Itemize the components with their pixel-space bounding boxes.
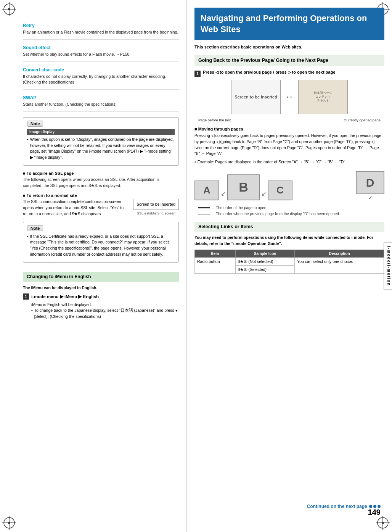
dot-3 [378,505,381,508]
imenu-step-content: i-mode menu ▶ iMenu ▶ English iMenu is E… [31,293,179,321]
imenu-step-title-text: i-mode menu ▶ iMenu ▶ English [31,294,99,299]
abc-letter-b: B [227,174,260,200]
ssl-acquire-section: To acquire an SSL page The following scr… [23,171,179,189]
abc-arrow-ab: ↙ [221,190,226,197]
legend-row-1: …The order of the page to open [198,205,384,211]
ssl-acquire-heading: To acquire an SSL page [23,171,179,176]
screen-labels: Page before the last Currently opened pa… [194,118,384,122]
note-label-2: Note [27,225,43,231]
swap-title: SWAP [23,95,179,100]
page: Retry Play an animation or a Flash movie… [0,0,392,532]
swap-desc: Starts another function. (Checking the s… [23,102,179,108]
svg-point-3 [8,8,10,10]
dot-1 [369,505,372,508]
left-column: Retry Play an animation or a Flash movie… [0,0,187,532]
abc-letter-c: C [268,181,292,200]
legend-text-1: …The order of the page to open [212,205,266,211]
screen-placeholder-box: Screen to be inserted [231,80,281,114]
retry-desc: Play an animation or a Flash movie conta… [23,29,179,35]
legend-line-2 [198,214,210,214]
right-column: Navigating and Performing Operations on … [187,0,392,532]
ssl-return-text: The SSL communication complete conformat… [23,199,129,217]
continued-text: Continued on the next page [307,504,367,509]
note-sub-label: Image display [27,129,175,135]
imenu-bullet-text: To change back to the Japanese display, … [34,308,179,320]
selecting-table: Item Sample Icon Description Radio butto… [194,250,384,274]
table-cell-icon-2: $★$: (Selected) [235,266,295,274]
note-box-1: Note Image display When this option is s… [23,117,179,166]
table-header-sample: Sample Icon [235,250,295,258]
note-bullet-text: When this option is set to "Display", im… [30,137,175,161]
ssl-return-section: To return to a normal site The SSL commu… [23,193,179,217]
page-number: 149 [368,508,381,517]
ssl-screen-box: Screen to be inserted [133,199,179,210]
side-tab: i-mode/i-motion [384,243,392,290]
table-cell-item: Radio button [195,258,236,274]
sound-effect-section: Sound effect Set whether to play sound e… [23,45,179,62]
imenu-step-title: i-mode menu ▶ iMenu ▶ English [31,293,179,300]
abc-arrow-bc: ↙ [261,190,266,197]
imenu-box-title: Changing to iMenu in English [23,272,179,282]
ssl-screen-label: SSL establishing screen [137,211,175,216]
screen-arrow-icon: ↔ [285,92,294,102]
ssl-acquire-text: The following screen opens when you acce… [23,177,179,189]
table-header-desc: Description [295,250,384,258]
going-back-box: Going Back to the Previous Page/ Going t… [194,55,384,66]
moving-bullet: Example: Pages are displayed in the orde… [194,159,384,165]
corner-decoration-tl [2,2,17,17]
table-header-item: Item [195,250,236,258]
imenu-step-num: 1 [23,293,29,300]
imenu-body: The iMenu can be displayed in English. 1… [23,285,179,321]
abc-letter-d: D [356,171,384,194]
moving-heading: Moving through pages [194,127,384,131]
table-cell-desc: You can select only one choice. [295,258,384,274]
corner-decoration-bl [2,515,17,530]
abc-letter-a: A [194,181,219,200]
going-back-step-text: Press ◁ to open the previous page / pres… [203,70,335,75]
continued-footer: Continued on the next page [307,504,381,509]
svg-point-11 [8,522,10,524]
ssl-return-heading: To return to a normal site [23,193,179,198]
note-bullet-text-2: If the SSL Certificate has already expir… [30,234,175,258]
abc-diagram: A ↙ B ↙ C D ↙ [194,169,384,203]
sound-effect-title: Sound effect [23,45,179,50]
main-header: Navigating and Performing Operations on … [194,8,384,40]
selecting-box: Selecting Links or Items [194,222,384,232]
convert-char-title: Convert char. code [23,67,179,73]
retry-section: Retry Play an animation or a Flash movie… [23,23,179,40]
abc-arrow-d: ↙ [368,194,373,200]
moving-bullet-text: Example: Pages are displayed in the orde… [198,159,345,165]
imenu-section: Changing to iMenu in English The iMenu c… [23,269,179,321]
table-cell-icon-1: $★$: (Not selected) [235,258,295,266]
imenu-step-row: 1 i-mode menu ▶ iMenu ▶ English iMenu is… [23,293,179,321]
table-row: Radio button $★$: (Not selected) You can… [195,258,384,266]
continued-dots [369,505,381,508]
note-box-2: Note If the SSL Certificate has already … [23,222,179,263]
going-back-step: 1 Press ◁ to open the previous page / pr… [194,70,384,77]
note-label-1: Note [27,121,43,127]
retry-title: Retry [23,23,179,28]
imenu-bold-text: The iMenu can be displayed in English. [23,285,179,291]
legend-line-1 [198,207,210,208]
screen-area: Screen to be inserted ↔ 日本語ページコンテンツテキスト [194,80,384,114]
moving-text: Pressing ◁ consecutively goes back to pa… [194,133,384,157]
imenu-bullet: To change back to the Japanese display, … [31,308,179,320]
table-header-row: Item Sample Icon Description [195,250,384,258]
imenu-step-desc: iMenu is English will be displayed. [31,301,179,308]
selecting-intro: You may need to perform operations using… [194,235,384,247]
convert-char-desc: If characters do not display correctly, … [23,74,179,86]
screen-label-left: Page before the last [198,118,231,122]
going-back-step-num: 1 [194,71,201,77]
note-bullet-2: If the SSL Certificate has already expir… [27,234,175,258]
swap-section: SWAP Starts another function. (Checking … [23,95,179,112]
sound-effect-desc: Set whether to play sound effects for a … [23,52,179,58]
abc-legend: …The order of the page to open …The orde… [194,205,384,217]
moving-section: Moving through pages Pressing ◁ consecut… [194,127,384,165]
dot-2 [373,505,376,508]
side-tab-text: i-mode/i-motion [387,246,391,286]
screen-label-right: Currently opened page [344,118,381,122]
screen-real-box: 日本語ページコンテンツテキスト [298,80,348,114]
legend-text-2: …The order when the previous page from t… [212,211,339,217]
legend-row-2: …The order when the previous page from t… [198,211,384,217]
convert-char-section: Convert char. code If characters do not … [23,67,179,90]
